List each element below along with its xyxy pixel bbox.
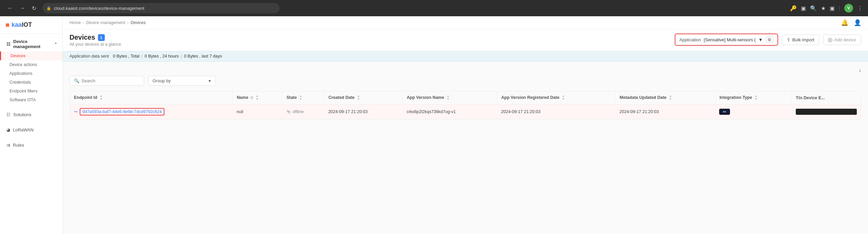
search-icon: 🔍 bbox=[74, 78, 79, 83]
menu-icon[interactable]: ⋮ bbox=[857, 5, 863, 12]
sidebar-label-credentials: Credentials bbox=[9, 80, 31, 85]
forward-button[interactable]: → bbox=[18, 4, 27, 13]
sidebar-section-device-management: ☷ Device management ⌃ Devices Device act… bbox=[0, 34, 62, 107]
page-title-text: Devices bbox=[70, 34, 95, 41]
page-title-badge: 1 bbox=[98, 34, 105, 41]
col-app-version-registered-date: App Version Registered Date ▲▼ bbox=[497, 91, 615, 104]
col-endpoint-id: Endpoint Id ▲▼ bbox=[70, 91, 233, 104]
sidebar-item-lorawan[interactable]: ◕ LoRaWAN bbox=[0, 125, 62, 135]
sidebar-label-applications: Applications bbox=[9, 71, 32, 76]
filters-row: 🔍 Group by ▼ bbox=[70, 76, 861, 86]
cell-app-version-name: crks6p2l2kqs738kd7og-v1 bbox=[402, 104, 497, 119]
upload-icon: ⇧ bbox=[787, 37, 790, 42]
browser-right-icons: 🔑 ▣ 🔍 ★ ▣ | V ⋮ bbox=[790, 4, 863, 13]
sort-name-icon[interactable]: ▲▼ bbox=[256, 95, 258, 101]
ttn-integration-badge bbox=[719, 109, 730, 115]
user-avatar[interactable]: V bbox=[844, 4, 853, 13]
reload-button[interactable]: ↻ bbox=[30, 4, 38, 13]
breadcrumb-home[interactable]: Home bbox=[70, 20, 81, 25]
lock-icon: 🔒 bbox=[46, 6, 51, 10]
svg-point-1 bbox=[288, 113, 289, 113]
sidebar-label-lorawan: LoRaWAN bbox=[13, 127, 34, 132]
sidebar-item-rules[interactable]: ⇉ Rules bbox=[0, 140, 62, 150]
sidebar-item-credentials[interactable]: Credentials bbox=[0, 78, 62, 87]
sidebar-section-lorawan: ◕ LoRaWAN bbox=[0, 122, 62, 137]
address-bar[interactable]: 🔒 cloud.kaaiot.com/devices/device-manage… bbox=[42, 3, 280, 13]
sidebar-label-solutions: Solutions bbox=[13, 112, 31, 117]
bulk-import-button[interactable]: ⇧ Bulk import bbox=[782, 35, 820, 45]
application-selector[interactable]: Application [Sensative] Multi-sensors ( … bbox=[675, 34, 778, 46]
search-box[interactable]: 🔍 bbox=[70, 76, 144, 86]
table-row[interactable]: ↪ 0d7a593a-baf7-44e5-8e9d-7dcd9792c824 n… bbox=[70, 104, 861, 119]
sidebar: ■ kaaIOT ☷ Device management ⌃ Devices D… bbox=[0, 16, 63, 234]
page-title-area: Devices 1 All your devices at a glance bbox=[70, 34, 121, 47]
col-metadata-updated-date: Metadata Updated Date ▲▼ bbox=[615, 91, 715, 104]
sidebar-item-endpoint-filters[interactable]: Endpoint filters bbox=[0, 87, 62, 95]
sort-app-version-registered-date-icon[interactable]: ▲▼ bbox=[562, 95, 565, 101]
sort-app-version-name-icon[interactable]: ▲▼ bbox=[447, 95, 449, 101]
sort-metadata-updated-date-icon[interactable]: ▲▼ bbox=[669, 95, 672, 101]
breadcrumb-current: Devices bbox=[131, 20, 145, 25]
rules-icon: ⇉ bbox=[6, 143, 10, 148]
endpoint-id-value[interactable]: 0d7a593a-baf7-44e5-8e9d-7dcd9792c824 bbox=[80, 108, 164, 115]
data-sent-24h: 0 Bytes , 24 hours bbox=[145, 54, 179, 59]
endpoint-id-cell: ↪ 0d7a593a-baf7-44e5-8e9d-7dcd9792c824 bbox=[74, 108, 229, 115]
app-selector-value: [Sensative] Multi-sensors ( bbox=[704, 37, 756, 42]
cell-ttn-device-eui bbox=[792, 104, 861, 119]
url-text: cloud.kaaiot.com/devices/device-manageme… bbox=[54, 6, 144, 11]
sidebar-item-devices[interactable]: Devices bbox=[0, 51, 62, 60]
data-sent-bar: Application data sent 0 Bytes , Total | … bbox=[63, 51, 868, 62]
page-subtitle: All your devices at a glance bbox=[70, 42, 121, 47]
sidebar-item-device-actions[interactable]: Device actions bbox=[0, 60, 62, 69]
breadcrumb-device-management[interactable]: Device management bbox=[86, 20, 125, 25]
sidebar-item-device-management[interactable]: ☷ Device management ⌃ bbox=[0, 37, 62, 51]
bookmark-icon[interactable]: ★ bbox=[821, 5, 826, 12]
sidebar-item-applications[interactable]: Applications bbox=[0, 69, 62, 78]
sidebar-label-software-ota: Software OTA bbox=[9, 98, 36, 102]
group-by-label: Group by bbox=[153, 78, 171, 83]
add-device-button[interactable]: ⨁ Add device bbox=[823, 35, 861, 45]
user-profile-icon[interactable]: 👤 bbox=[854, 19, 861, 26]
screenshot-icon[interactable]: ▣ bbox=[801, 5, 806, 12]
sidebar-section-rules: ⇉ Rules bbox=[0, 137, 62, 153]
status-text-offline: offline bbox=[292, 109, 303, 114]
col-integration-type: Integration Type ▲▼ bbox=[715, 91, 791, 104]
main-content: Home › Device management › Devices 🔔 👤 D… bbox=[63, 16, 868, 234]
sidebar-item-software-ota[interactable]: Software OTA bbox=[0, 95, 62, 104]
filter-name-icon[interactable]: ☷ bbox=[250, 96, 253, 100]
zoom-icon[interactable]: 🔍 bbox=[810, 5, 817, 12]
app-container: ■ kaaIOT ☷ Device management ⌃ Devices D… bbox=[0, 16, 868, 234]
cell-endpoint-id[interactable]: ↪ 0d7a593a-baf7-44e5-8e9d-7dcd9792c824 bbox=[70, 104, 233, 119]
col-state: State ▲▼ bbox=[282, 91, 324, 104]
group-by-select[interactable]: Group by ▼ bbox=[148, 76, 216, 86]
page-title: Devices 1 bbox=[70, 34, 121, 41]
add-device-label: Add device bbox=[834, 37, 856, 42]
sidebar-label-devices: Devices bbox=[11, 54, 25, 58]
breadcrumb: Home › Device management › Devices bbox=[70, 20, 146, 25]
sort-state-icon[interactable]: ▲▼ bbox=[299, 95, 302, 101]
sidebar-label-rules: Rules bbox=[13, 143, 24, 148]
sort-created-date-icon[interactable]: ▲▼ bbox=[357, 95, 360, 101]
page-header-actions: Application [Sensative] Multi-sensors ( … bbox=[675, 34, 861, 46]
copy-app-id-button[interactable]: ⧉ bbox=[766, 36, 773, 43]
data-sent-label: Application data sent bbox=[70, 54, 109, 59]
sidebar-logo: ■ kaaIOT bbox=[0, 16, 62, 34]
sort-integration-type-icon[interactable]: ▲▼ bbox=[755, 95, 757, 101]
notification-icon[interactable]: 🔔 bbox=[841, 19, 848, 26]
download-row: ↓ bbox=[70, 67, 861, 73]
sort-endpoint-id-icon[interactable]: ▲▼ bbox=[100, 95, 102, 101]
sidebar-item-solutions[interactable]: ☷ Solutions bbox=[0, 110, 62, 120]
password-icon[interactable]: 🔑 bbox=[790, 5, 797, 12]
lorawan-icon: ◕ bbox=[6, 127, 10, 132]
cell-state: offline bbox=[282, 104, 324, 119]
cell-name: null bbox=[233, 104, 282, 119]
grid-icon: ☷ bbox=[6, 42, 11, 47]
browser-chrome: ← → ↻ 🔒 cloud.kaaiot.com/devices/device-… bbox=[0, 0, 868, 16]
back-button[interactable]: ← bbox=[5, 4, 15, 13]
sidebar-section-solutions: ☷ Solutions bbox=[0, 107, 62, 122]
cell-metadata-updated-date: 2024-09-17 21:20:03 bbox=[615, 104, 715, 119]
search-input[interactable] bbox=[81, 78, 136, 83]
extensions-icon[interactable]: ▣ bbox=[830, 5, 835, 12]
app-selector-label: Application bbox=[679, 37, 701, 42]
download-icon[interactable]: ↓ bbox=[859, 67, 861, 73]
